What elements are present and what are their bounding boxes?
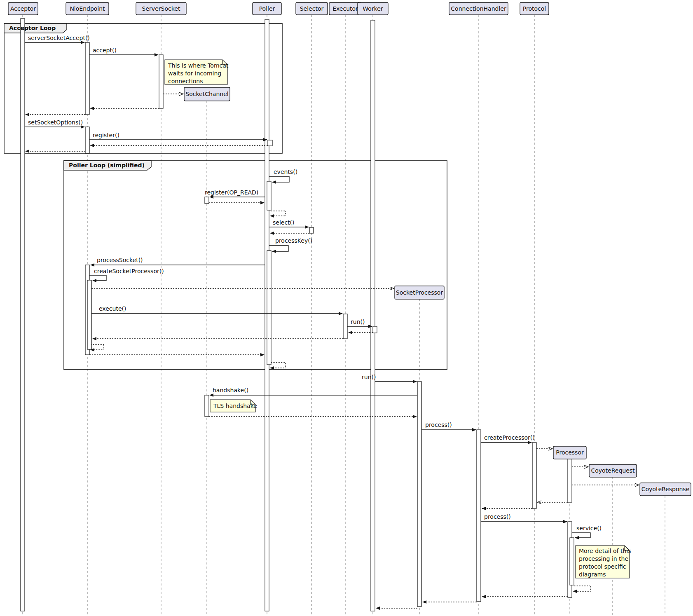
participant-box-selector xyxy=(296,2,328,15)
activation-nioendpoint-createsocketprocessor xyxy=(87,280,91,349)
activation-protocol xyxy=(532,443,536,508)
participant-box-serversocket xyxy=(136,2,186,15)
activation-worker-run xyxy=(373,326,377,333)
activation-connectionhandler xyxy=(477,430,481,602)
activation-processor-service xyxy=(570,538,574,585)
participant-boxes xyxy=(8,2,691,496)
participant-box-acceptor xyxy=(8,2,38,15)
frame-poller-loop-tab xyxy=(64,161,151,170)
participant-box-executor xyxy=(329,2,361,15)
note-protocol-detail xyxy=(576,546,630,578)
participant-box-connectionhandler xyxy=(449,2,508,15)
arrow-createSocketProcessor-self xyxy=(89,275,106,281)
arrow-service-return-self xyxy=(573,586,590,591)
activation-selector xyxy=(309,227,314,233)
activation-serversocket xyxy=(159,55,163,108)
activation-poller-processkey xyxy=(267,251,271,365)
arrow-processKey-self xyxy=(269,246,288,251)
arrow-createSocketProcessor-return-self xyxy=(91,344,104,350)
sequence-diagram: Acceptor NioEndpoint ServerSocket Poller… xyxy=(0,0,693,616)
activation-nioendpoint-setsocketoptions xyxy=(85,127,89,153)
activation-acceptor xyxy=(21,19,25,611)
participant-box-coyoteresponse xyxy=(640,483,691,496)
activation-processor-create xyxy=(568,459,572,502)
arrow-processKey-return-self xyxy=(270,363,286,368)
arrow-events-return-self xyxy=(270,211,286,216)
participant-box-coyoterequest xyxy=(589,464,637,477)
participant-box-socketprocessor xyxy=(395,286,444,299)
activation-socketchannel-register xyxy=(205,197,209,204)
frame-acceptor-loop-tab xyxy=(4,23,67,33)
activation-executor xyxy=(343,314,347,339)
arrow-service-self xyxy=(572,533,590,538)
participant-box-worker xyxy=(358,2,388,15)
activation-worker xyxy=(371,20,375,611)
activation-socketprocessor xyxy=(417,382,421,607)
note-tls xyxy=(210,400,255,412)
messages-layer xyxy=(25,42,639,608)
notes-layer xyxy=(165,60,630,578)
participant-box-nioendpoint xyxy=(66,2,109,15)
arrow-events-self xyxy=(269,176,289,182)
activation-poller-events xyxy=(267,181,271,210)
activation-poller-register xyxy=(268,140,272,146)
participant-box-poller xyxy=(253,2,281,15)
activations xyxy=(21,19,574,611)
participant-box-protocol xyxy=(520,2,549,15)
activation-nioendpoint-accept xyxy=(85,42,89,115)
frame-acceptor-loop-border xyxy=(4,23,282,153)
participant-box-socketchannel xyxy=(184,87,230,101)
frame-acceptor-loop xyxy=(4,23,282,153)
participant-box-processor xyxy=(553,446,586,459)
note-accept-wait xyxy=(165,60,227,84)
activation-socketchannel-handshake xyxy=(205,395,209,417)
